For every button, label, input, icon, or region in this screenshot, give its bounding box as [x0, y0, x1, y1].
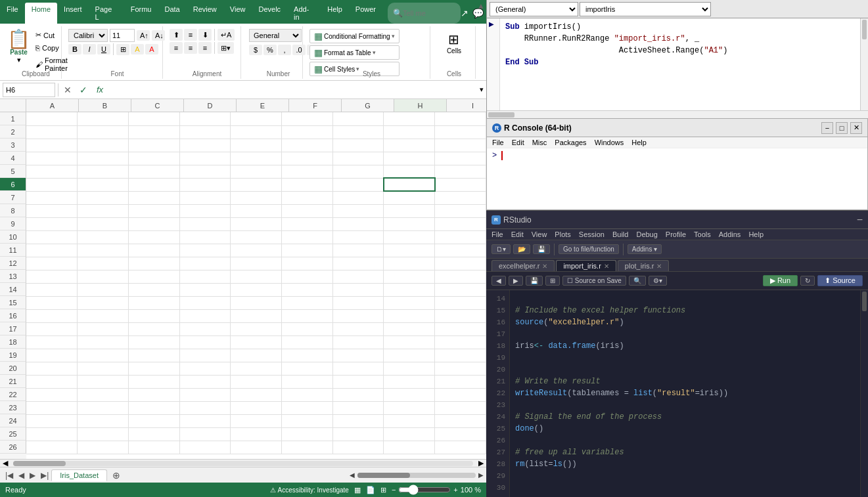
grid-cell[interactable] — [384, 388, 435, 401]
zoom-in-btn[interactable]: + — [453, 486, 457, 494]
rstudio-scrollbar[interactable] — [860, 290, 868, 497]
rstudio-tab-excelhelper[interactable]: excelhelper.r ✕ — [491, 260, 555, 271]
grid-cell[interactable] — [435, 139, 486, 152]
code-content[interactable]: # Include the excel helper functionssour… — [510, 290, 860, 497]
grid-cell[interactable] — [26, 335, 78, 349]
grid-cell[interactable] — [384, 217, 435, 230]
rstudio-tab-plot-iris-close[interactable]: ✕ — [656, 263, 662, 270]
scroll-left-btn[interactable]: ◀ — [0, 459, 11, 467]
grid-cell[interactable] — [435, 335, 486, 349]
grid-cell[interactable] — [128, 296, 179, 309]
tab-home[interactable]: Home — [25, 3, 57, 24]
grid-cell[interactable] — [179, 244, 231, 257]
grid-cell[interactable] — [179, 257, 231, 270]
grid-cell[interactable] — [26, 427, 78, 441]
grid-cell[interactable] — [179, 217, 231, 230]
tab-insert[interactable]: Insert — [57, 3, 89, 24]
grid-cell[interactable] — [384, 309, 435, 322]
rstudio-menu-tools[interactable]: Tools — [694, 230, 711, 238]
rstudio-menu-session[interactable]: Session — [579, 230, 605, 238]
add-sheet-button[interactable]: ⊕ — [108, 469, 124, 482]
vba-procedure-select[interactable]: importIris — [580, 2, 711, 16]
grid-cell[interactable] — [179, 427, 231, 441]
grid-cell[interactable] — [282, 349, 333, 362]
grid-cell[interactable] — [78, 230, 129, 244]
grid-cell[interactable] — [384, 362, 435, 375]
col-header-a[interactable]: A — [26, 99, 79, 112]
grid-cell[interactable] — [231, 401, 282, 414]
grid-cell[interactable] — [384, 270, 435, 283]
grid-cell[interactable] — [231, 178, 282, 191]
grid-cell[interactable] — [332, 335, 384, 349]
formula-fx-icon[interactable]: fx — [93, 85, 107, 95]
grid-cell[interactable] — [231, 283, 282, 296]
grid-cell[interactable] — [231, 270, 282, 283]
rstudio-rerun-btn[interactable]: ↻ — [800, 276, 815, 286]
rstudio-tab-plot-iris[interactable]: plot_iris.r ✕ — [618, 260, 670, 271]
tab-developer[interactable]: Develc — [252, 3, 287, 24]
grid-cell[interactable] — [78, 217, 129, 230]
grid-cell[interactable] — [435, 322, 486, 335]
grid-cell[interactable] — [26, 112, 78, 125]
rstudio-menu-file[interactable]: File — [491, 230, 503, 238]
rstudio-menu-help[interactable]: Help — [748, 230, 764, 238]
grid-cell[interactable] — [128, 257, 179, 270]
r-console-menu-windows[interactable]: Windows — [595, 139, 624, 146]
grid-cell[interactable] — [435, 414, 486, 427]
sheet-scroll-thumb[interactable] — [357, 473, 410, 478]
share-icon[interactable]: ↗ — [461, 8, 468, 18]
formula-expand-btn[interactable]: ▾ — [480, 85, 484, 94]
rstudio-search-btn[interactable]: 🔍 — [629, 276, 646, 286]
grid-cell[interactable] — [179, 270, 231, 283]
horizontal-scrollbar[interactable]: ◀ ▶ — [0, 459, 486, 467]
grid-cell[interactable] — [179, 139, 231, 152]
grid-cell[interactable] — [435, 349, 486, 362]
decrease-font-btn[interactable]: A↓ — [152, 30, 165, 41]
grid-cell[interactable] — [231, 244, 282, 257]
grid-cell[interactable] — [435, 309, 486, 322]
grid-cell[interactable] — [78, 165, 129, 178]
grid-cell[interactable] — [435, 388, 486, 401]
borders-button[interactable]: ⊞ — [116, 44, 129, 55]
grid-cell[interactable] — [26, 217, 78, 230]
grid-cell[interactable] — [282, 414, 333, 427]
grid-cell[interactable] — [179, 401, 231, 414]
grid-cell[interactable] — [78, 335, 129, 349]
rstudio-file-save-btn[interactable]: 💾 — [526, 276, 543, 286]
rstudio-tab-import-iris[interactable]: import_iris.r ✕ — [556, 260, 616, 271]
grid-cell[interactable] — [231, 322, 282, 335]
grid-cell[interactable] — [78, 283, 129, 296]
grid-cell[interactable] — [26, 362, 78, 375]
rstudio-menu-edit[interactable]: Edit — [511, 230, 524, 238]
rstudio-tab-import-iris-close[interactable]: ✕ — [604, 263, 609, 270]
scroll-right-btn[interactable]: ▶ — [476, 459, 486, 467]
grid-cell[interactable] — [26, 139, 78, 152]
percent-btn[interactable]: % — [263, 45, 277, 55]
grid-cell[interactable] — [384, 335, 435, 349]
grid-cell[interactable] — [78, 257, 129, 270]
grid-cell[interactable] — [128, 244, 179, 257]
grid-cell[interactable] — [435, 191, 486, 204]
col-header-g[interactable]: G — [342, 99, 394, 112]
grid-cell[interactable] — [231, 414, 282, 427]
grid-cell[interactable] — [231, 349, 282, 362]
cell-reference-input[interactable] — [3, 83, 55, 97]
grid-cell[interactable] — [78, 401, 129, 414]
font-name-select[interactable]: Calibri — [68, 29, 108, 42]
zoom-slider[interactable] — [398, 485, 451, 495]
italic-button[interactable]: I — [83, 44, 96, 54]
grid-cell[interactable] — [179, 349, 231, 362]
merge-btn[interactable]: ⊞▾ — [217, 42, 234, 54]
grid-cell[interactable] — [78, 244, 129, 257]
sheet-nav-first[interactable]: |◀ — [3, 469, 16, 481]
rstudio-menu-build[interactable]: Build — [612, 230, 628, 238]
grid-cell[interactable] — [332, 401, 384, 414]
grid-cell[interactable] — [231, 388, 282, 401]
grid-cell[interactable] — [384, 283, 435, 296]
sheet-nav-prev[interactable]: ◀ — [16, 469, 27, 481]
vba-h-scrollbar[interactable] — [487, 110, 868, 118]
r-console-minimize-btn[interactable]: − — [821, 122, 833, 134]
grid-cell[interactable] — [384, 244, 435, 257]
grid-cell[interactable] — [282, 335, 333, 349]
grid-cell[interactable] — [26, 388, 78, 401]
